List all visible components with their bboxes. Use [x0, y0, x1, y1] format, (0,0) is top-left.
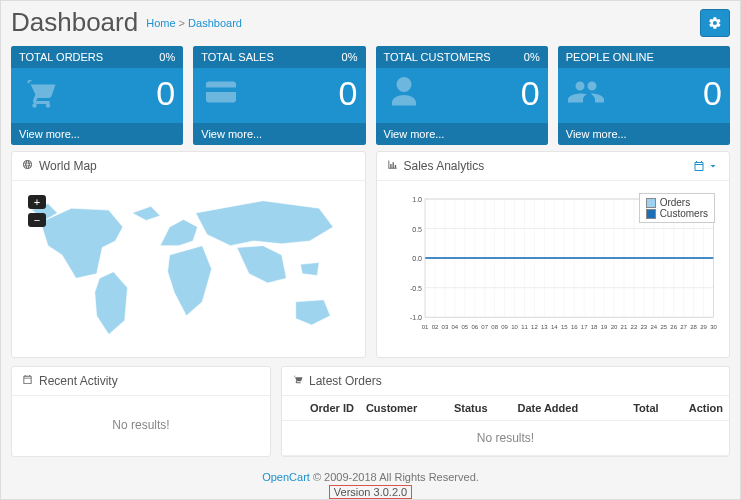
svg-text:09: 09: [501, 324, 508, 330]
svg-text:28: 28: [690, 324, 697, 330]
bar-chart-icon: [387, 159, 398, 173]
col-status: Status: [448, 396, 511, 421]
calendar-icon: [693, 160, 705, 172]
col-order-id: Order ID: [282, 396, 360, 421]
zoom-in-button[interactable]: +: [28, 195, 46, 209]
svg-text:18: 18: [590, 324, 597, 330]
globe-icon: [22, 159, 33, 173]
svg-text:23: 23: [640, 324, 647, 330]
col-customer: Customer: [360, 396, 448, 421]
tile-icon: [566, 74, 606, 113]
svg-text:0.0: 0.0: [412, 255, 422, 262]
svg-point-0: [32, 103, 37, 108]
svg-text:0.5: 0.5: [412, 226, 422, 233]
tile-pct: 0%: [524, 51, 540, 63]
svg-text:11: 11: [521, 324, 528, 330]
svg-text:02: 02: [431, 324, 438, 330]
date-range-button[interactable]: [693, 160, 719, 172]
footer-copyright: © 2009-2018 All Rights Reserved.: [310, 471, 479, 483]
gear-icon: [708, 16, 722, 30]
footer-brand-link[interactable]: OpenCart: [262, 471, 310, 483]
svg-text:15: 15: [560, 324, 567, 330]
stat-tile-0: TOTAL ORDERS0% 0 View more...: [11, 46, 183, 145]
tile-view-more[interactable]: View more...: [376, 123, 548, 145]
tile-icon: [201, 74, 241, 113]
tile-title: PEOPLE ONLINE: [566, 51, 654, 63]
breadcrumb: Home > Dashboard: [146, 17, 242, 29]
tile-icon: [384, 74, 424, 113]
tile-title: TOTAL ORDERS: [19, 51, 103, 63]
svg-text:26: 26: [670, 324, 677, 330]
page-title: Dashboard: [11, 7, 138, 38]
breadcrumb-sep: >: [179, 17, 185, 29]
stat-tile-3: PEOPLE ONLINE 0 View more...: [558, 46, 730, 145]
tile-view-more[interactable]: View more...: [558, 123, 730, 145]
tile-title: TOTAL SALES: [201, 51, 274, 63]
cart-icon: [292, 374, 303, 388]
svg-text:08: 08: [491, 324, 498, 330]
sales-analytics-chart: Orders Customers -1.0-0.50.00.51.0010203…: [385, 189, 722, 339]
zoom-out-button[interactable]: −: [28, 213, 46, 227]
svg-text:19: 19: [600, 324, 607, 330]
svg-text:14: 14: [550, 324, 557, 330]
stat-tile-1: TOTAL SALES0% 0 View more...: [193, 46, 365, 145]
svg-text:20: 20: [610, 324, 617, 330]
col-action: Action: [665, 396, 729, 421]
stat-tile-2: TOTAL CUSTOMERS0% 0 View more...: [376, 46, 548, 145]
latest-orders-table: Order ID Customer Status Date Added Tota…: [282, 396, 729, 456]
world-map[interactable]: + −: [20, 189, 357, 349]
recent-activity-title: Recent Activity: [39, 374, 118, 388]
caret-down-icon: [707, 160, 719, 172]
svg-text:13: 13: [541, 324, 548, 330]
tile-value: 0: [339, 74, 358, 113]
sales-analytics-title: Sales Analytics: [404, 159, 485, 173]
svg-text:16: 16: [570, 324, 577, 330]
svg-text:12: 12: [531, 324, 538, 330]
tile-pct: 0%: [159, 51, 175, 63]
calendar-icon: [22, 374, 33, 388]
chart-legend: Orders Customers: [639, 193, 715, 223]
tile-value: 0: [521, 74, 540, 113]
svg-text:25: 25: [660, 324, 667, 330]
svg-text:04: 04: [451, 324, 458, 330]
tile-view-more[interactable]: View more...: [193, 123, 365, 145]
svg-rect-3: [206, 88, 236, 93]
tile-value: 0: [156, 74, 175, 113]
svg-text:30: 30: [710, 324, 717, 330]
tile-pct: 0%: [342, 51, 358, 63]
footer-version: Version 3.0.2.0: [329, 485, 412, 499]
svg-text:24: 24: [650, 324, 657, 330]
svg-text:1.0: 1.0: [412, 196, 422, 203]
footer: OpenCart © 2009-2018 All Rights Reserved…: [1, 465, 740, 499]
svg-text:03: 03: [441, 324, 448, 330]
recent-activity-empty: No results!: [20, 404, 262, 446]
svg-text:21: 21: [620, 324, 627, 330]
col-date-added: Date Added: [511, 396, 612, 421]
svg-text:22: 22: [630, 324, 637, 330]
tile-value: 0: [703, 74, 722, 113]
svg-text:27: 27: [680, 324, 687, 330]
svg-text:06: 06: [471, 324, 478, 330]
latest-orders-empty: No results!: [282, 421, 729, 456]
tile-view-more[interactable]: View more...: [11, 123, 183, 145]
breadcrumb-home[interactable]: Home: [146, 17, 175, 29]
svg-text:01: 01: [421, 324, 428, 330]
tile-icon: [19, 74, 59, 113]
svg-text:29: 29: [700, 324, 707, 330]
svg-text:10: 10: [511, 324, 518, 330]
tile-title: TOTAL CUSTOMERS: [384, 51, 491, 63]
breadcrumb-current[interactable]: Dashboard: [188, 17, 242, 29]
svg-text:-0.5: -0.5: [409, 285, 421, 292]
svg-point-1: [46, 103, 51, 108]
svg-text:-1.0: -1.0: [409, 314, 421, 321]
svg-text:07: 07: [481, 324, 488, 330]
col-total: Total: [613, 396, 665, 421]
svg-text:05: 05: [461, 324, 468, 330]
world-map-title: World Map: [39, 159, 97, 173]
settings-button[interactable]: [700, 9, 730, 37]
svg-text:17: 17: [580, 324, 587, 330]
latest-orders-title: Latest Orders: [309, 374, 382, 388]
